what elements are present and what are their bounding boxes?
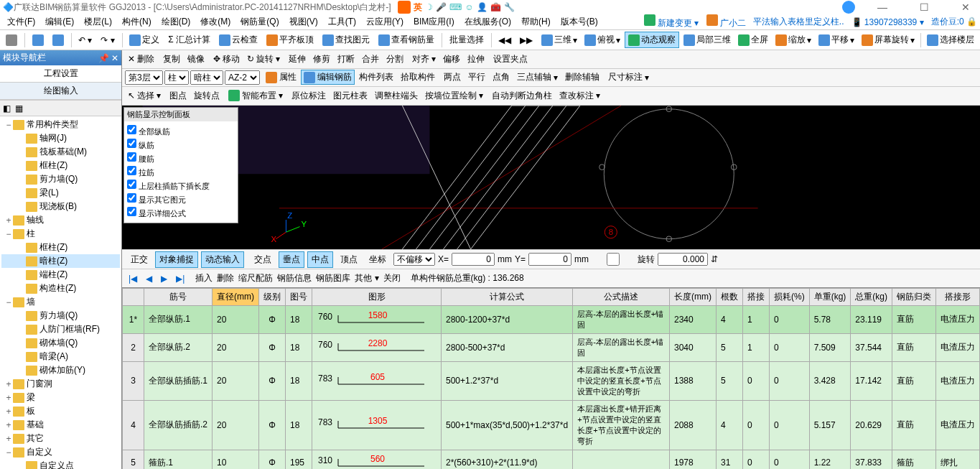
nav-last[interactable]: ▶| <box>174 274 187 284</box>
column-table-button[interactable]: 图元柱表 <box>330 88 370 103</box>
person-icon[interactable]: 👤 <box>477 2 487 12</box>
globe-icon[interactable] <box>842 1 855 14</box>
pin-icon[interactable]: 📌 <box>98 53 109 63</box>
minimize-button[interactable]: — <box>868 1 897 13</box>
id-select[interactable]: AZ-2 <box>225 70 260 85</box>
close-panel-icon[interactable]: ✕ <box>111 53 118 63</box>
tree-node[interactable]: 框柱(Z) <box>1 159 120 172</box>
stepper-icon[interactable]: ⇵ <box>711 254 718 264</box>
menu-component[interactable]: 构件(N) <box>118 14 156 29</box>
menu-edit[interactable]: 编辑(E) <box>41 14 78 29</box>
delete-row-button[interactable]: 删除 <box>217 272 234 284</box>
table-header[interactable]: 总重(kg) <box>851 288 892 305</box>
face-icon[interactable]: ☺ <box>465 2 473 12</box>
check-modify-label-button[interactable]: 查改标注 ▾ <box>556 88 603 103</box>
maximize-button[interactable]: ☐ <box>910 1 938 13</box>
display-option[interactable]: 显示详细公式 <box>127 206 235 220</box>
tree-node[interactable]: +板 <box>1 404 120 418</box>
select-button[interactable]: ↖ 选择 ▾ <box>125 88 164 103</box>
set-grip-button[interactable]: 设置夹点 <box>490 52 531 67</box>
rotate-input[interactable] <box>658 253 708 266</box>
stretch-button[interactable]: 拉伸 <box>465 52 487 67</box>
hint-link[interactable]: 平法输入表格里定义柱.. <box>753 16 844 28</box>
offset-button[interactable]: 偏移 <box>440 52 463 67</box>
flush-top-button[interactable]: 平齐板顶 <box>263 32 317 47</box>
table-header[interactable]: 单重(kg) <box>809 288 851 305</box>
tree-node[interactable]: +基础 <box>1 418 120 432</box>
subtype-select[interactable]: 暗柱 <box>190 70 223 85</box>
menu-draw[interactable]: 绘图(D) <box>157 14 195 29</box>
batch-select-button[interactable]: 批量选择 <box>447 32 487 47</box>
coord-button[interactable]: 坐标 <box>365 251 391 268</box>
component-tree[interactable]: −常用构件类型轴网(J)筏板基础(M)框柱(Z)剪力墙(Q)梁(L)现浇板(B)… <box>0 116 121 469</box>
menu-modify[interactable]: 修改(M) <box>196 14 235 29</box>
menu-floor[interactable]: 楼层(L) <box>80 14 116 29</box>
mic-icon[interactable]: 🎤 <box>436 2 447 12</box>
scale-rebar-button[interactable]: 缩尺配筋 <box>238 272 273 284</box>
menu-rebar[interactable]: 钢筋量(Q) <box>236 14 283 29</box>
two-point-button[interactable]: 两点 <box>441 70 464 85</box>
display-option[interactable]: 纵筋 <box>127 138 235 152</box>
table-header[interactable]: 根数 <box>716 288 742 305</box>
perpendicular-button[interactable]: 垂点 <box>279 251 304 268</box>
display-option[interactable]: 显示其它图元 <box>127 192 235 206</box>
tree-node[interactable]: 砌体墙(Q) <box>1 336 120 350</box>
point-angle-button[interactable]: 点角 <box>490 70 513 85</box>
map-point-button[interactable]: 图点 <box>167 88 190 103</box>
moon-icon[interactable]: ☽ <box>425 2 433 12</box>
view-rebar-button[interactable]: 查看钢筋量 <box>375 32 437 47</box>
table-header[interactable]: 计算公式 <box>442 288 573 305</box>
inplace-label-button[interactable]: 原位标注 <box>289 88 329 103</box>
tree-node[interactable]: 现浇板(B) <box>1 200 120 213</box>
table-header[interactable] <box>123 288 144 305</box>
display-option[interactable]: 上层柱插筋下插长度 <box>127 179 235 192</box>
y-input[interactable] <box>528 253 571 266</box>
vertex-button[interactable]: 顶点 <box>336 251 362 268</box>
pan-button[interactable]: 平移 ▾ <box>816 32 857 47</box>
delete-button[interactable]: ✕ 删除 <box>125 52 157 67</box>
parallel-button[interactable]: 平行 <box>465 70 488 85</box>
display-option[interactable]: 拉筋 <box>127 165 235 179</box>
auto-judge-button[interactable]: 自动判断边角柱 <box>489 88 555 103</box>
tree-node[interactable]: 梁(L) <box>1 186 120 200</box>
tab-draw-input[interactable]: 绘图输入 <box>0 83 121 100</box>
three-point-aux-button[interactable]: 三点辅轴 ▾ <box>514 70 561 85</box>
tree-node[interactable]: 轴网(J) <box>1 131 120 145</box>
open-button[interactable] <box>29 33 47 47</box>
table-header[interactable]: 图号 <box>286 288 312 305</box>
wrench-icon[interactable]: 🔧 <box>504 2 515 12</box>
midpoint-button[interactable]: 中点 <box>307 251 333 268</box>
nav-prev[interactable]: ◀ <box>144 274 154 284</box>
tree-node[interactable]: 砌体加筋(Y) <box>1 363 120 377</box>
sum-button[interactable]: Σ 汇总计算 <box>165 32 213 47</box>
osnap-button[interactable]: 对象捕捉 <box>155 251 198 268</box>
tree-node[interactable]: 框柱(Z) <box>1 241 120 254</box>
menu-view[interactable]: 视图(V) <box>285 14 322 29</box>
toolbox-icon[interactable]: 🧰 <box>490 2 501 12</box>
tree-collapse-icon[interactable]: ▦ <box>15 103 23 113</box>
tree-node[interactable]: −自定义 <box>1 445 120 459</box>
table-header[interactable]: 筋号 <box>144 288 213 305</box>
find-element-button[interactable]: 查找图元 <box>319 32 373 47</box>
delete-aux-button[interactable]: 删除辅轴 <box>562 70 602 85</box>
align-button[interactable]: 对齐 ▾ <box>409 52 439 67</box>
rotate-screen-button[interactable]: 屏幕旋转 ▾ <box>859 32 918 47</box>
trim-button[interactable]: 修剪 <box>310 52 333 67</box>
adjust-column-end-button[interactable]: 调整柱端头 <box>372 88 421 103</box>
tree-node[interactable]: −常用构件类型 <box>1 118 120 131</box>
component-list-button[interactable]: 构件列表 <box>356 70 396 85</box>
table-row[interactable]: 4全部纵筋插筋.220Φ187831305500+1*max(35*d,500)… <box>123 400 980 450</box>
offset-select[interactable]: 不偏移 <box>393 253 435 266</box>
table-header[interactable]: 直径(mm) <box>213 288 259 305</box>
intersection-button[interactable]: 交点 <box>250 251 276 268</box>
mirror-button[interactable]: 镜像 <box>185 52 207 67</box>
redo-button[interactable]: ↷ ▾ <box>98 34 117 47</box>
dynamic-input-button[interactable]: 动态输入 <box>201 251 244 268</box>
table-header[interactable]: 搭接 <box>742 288 769 305</box>
pick-component-button[interactable]: 拾取构件 <box>398 70 438 85</box>
rebar-info-button[interactable]: 钢筋信息 <box>277 272 312 284</box>
draw-by-wall-button[interactable]: 按墙位置绘制 ▾ <box>422 88 486 103</box>
3d-button[interactable]: 三维 ▾ <box>538 32 580 47</box>
display-option[interactable]: 腰筋 <box>127 152 235 165</box>
table-header[interactable]: 损耗(%) <box>769 288 809 305</box>
